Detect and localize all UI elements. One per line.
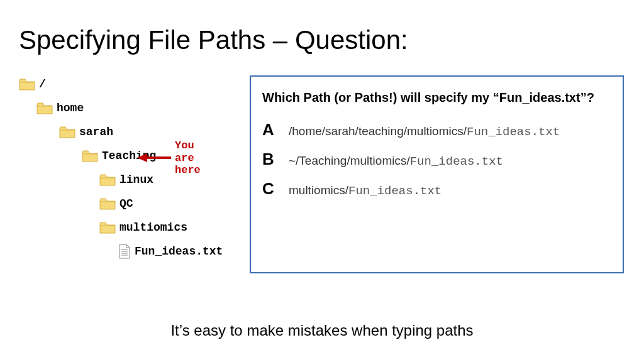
you-are-here-label: You are here: [175, 140, 201, 177]
tree-row-home: home: [19, 96, 223, 120]
file-icon: [118, 244, 131, 259]
option-letter: A: [262, 120, 289, 140]
option-letter: B: [262, 150, 289, 169]
option-a: A /home/sarah/teaching/multiomics/Fun_id…: [262, 120, 611, 140]
tree-row-qc: QC: [19, 192, 223, 216]
folder-icon: [99, 197, 116, 210]
you-are-here-arrow-icon: [137, 152, 172, 166]
slide-container: Specifying File Paths – Question: / home…: [0, 0, 644, 362]
tree-label-linux: linux: [119, 173, 153, 186]
question-box: Which Path (or Paths!) will specify my “…: [250, 75, 624, 273]
tree-label-sarah: sarah: [79, 126, 113, 138]
option-text: multiomics/Fun_ideas.txt: [289, 184, 441, 198]
annotation-line2: are: [175, 152, 201, 165]
tree-label-file: Fun_ideas.txt: [135, 245, 223, 258]
footer-text: It’s easy to make mistakes when typing p…: [0, 322, 644, 339]
tree-row-root: /: [19, 72, 223, 96]
option-text: /home/sarah/teaching/multiomics/Fun_idea…: [289, 124, 560, 139]
option-c: C multiomics/Fun_ideas.txt: [262, 179, 611, 199]
folder-icon: [19, 78, 35, 90]
annotation-line1: You: [175, 140, 201, 152]
folder-icon: [36, 102, 53, 114]
svg-marker-5: [137, 153, 147, 162]
folder-icon: [59, 126, 75, 138]
annotation-line3: here: [175, 164, 201, 177]
tree-row-file: Fun_ideas.txt: [19, 239, 223, 263]
tree-label-qc: QC: [119, 197, 133, 210]
folder-icon: [99, 173, 116, 186]
tree-label-home: home: [57, 102, 84, 114]
folder-icon: [82, 150, 98, 162]
slide-title: Specifying File Paths – Question:: [19, 25, 408, 55]
option-b: B ~/Teaching/multiomics/Fun_ideas.txt: [262, 150, 611, 169]
folder-icon: [99, 221, 116, 234]
tree-row-multiomics: multiomics: [19, 216, 223, 239]
option-letter: C: [262, 179, 289, 199]
question-prompt: Which Path (or Paths!) will specify my “…: [262, 90, 611, 105]
tree-label-multiomics: multiomics: [119, 221, 187, 234]
option-text: ~/Teaching/multiomics/Fun_ideas.txt: [289, 154, 503, 168]
tree-label-root: /: [39, 78, 46, 90]
